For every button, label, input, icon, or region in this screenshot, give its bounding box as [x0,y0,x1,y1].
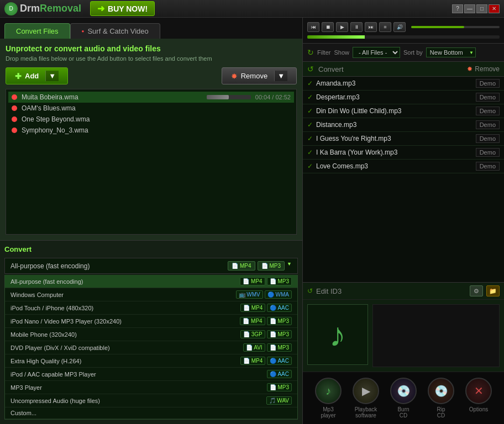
tab-dot: ● [82,29,85,34]
format-dropdown-arrow[interactable]: ▼ [287,261,292,271]
track-name: I Guess You're Right.mp3 [316,135,473,142]
track-name: Despertar.mp3 [316,93,473,101]
track-badge: Demo [476,162,500,171]
file-name: Symphony_No_3.wma [22,126,291,134]
mp3-player-button[interactable]: ♪ Mp3player [315,378,342,418]
help-button[interactable]: ? [452,4,463,13]
file-item-4[interactable]: Symphony_No_3.wma [8,125,294,136]
format-item-allpurpose[interactable]: All-purpose (fast encoding) 📄 MP4 📄 MP3 [5,275,297,288]
sort-select[interactable]: New Bottom [426,47,476,57]
play-button[interactable]: ▶ [336,22,348,32]
file-item-1[interactable]: Muita Bobeira.wma 00:04 / 02:52 [8,92,294,103]
add-dropdown-arrow[interactable]: ▼ [45,71,59,81]
format-item-mobile[interactable]: Mobile Phone (320x240) 📄 3GP 📄 MP3 [5,328,297,341]
rip-cd-button[interactable]: 💿 RipCD [428,378,454,418]
track-check-icon: ✓ [307,162,313,170]
edit-id3-bar: ↺ Edit ID3 ⚙ 📁 [303,283,504,300]
convert-icon: ↺ [307,65,314,73]
tab-convert[interactable]: Convert Files [4,23,70,39]
options-label: Options [469,406,488,412]
playback-icon: ▶ [353,378,379,404]
file-status-dot [12,105,17,111]
remove-dropdown-arrow[interactable]: ▼ [274,71,287,81]
playback-software-button[interactable]: ▶ Playbacksoftware [353,378,379,418]
track-list[interactable]: ✓ Amanda.mp3 Demo ✓ Despertar.mp3 Demo ✓… [303,77,504,282]
file-item-3[interactable]: One Step Beyond.wma [8,114,294,125]
maximize-button[interactable]: □ [476,4,487,13]
close-button[interactable]: ✕ [489,4,500,13]
track-item-3[interactable]: ✓ Din Din Wo (Little Child).mp3 Demo [303,104,504,118]
titlebar: D DrmRemoval ➜ BUY NOW! ? — □ ✕ [0,0,504,18]
buy-now-button[interactable]: ➜ BUY NOW! [90,1,155,16]
file-list[interactable]: Muita Bobeira.wma 00:04 / 02:52 OAM's Bl… [6,89,297,235]
format-item-windows[interactable]: Windows Computer 📺 WMV 🔵 WMA [5,288,297,301]
album-art-area: ♪ [303,300,504,372]
format-item-dvd[interactable]: DVD Player (DivX / XviD compatible) 📄 AV… [5,341,297,354]
playback-label: Playbacksoftware [355,406,377,418]
edit-id3-section: ↺ Edit ID3 ⚙ 📁 ♪ [303,282,504,372]
id3-settings-button[interactable]: ⚙ [470,285,483,296]
track-item-1[interactable]: ✓ Amanda.mp3 Demo [303,77,504,91]
track-check-icon: ✓ [307,121,313,129]
format-item-ipod-aac[interactable]: iPod / AAC capable MP3 Player 🔵 AAC [5,368,297,381]
fast-forward-button[interactable]: ⏭ [365,22,377,32]
track-item-7[interactable]: ✓ Love Comes.mp3 Demo [303,160,504,173]
format-item-ipod-touch[interactable]: iPod Touch / iPhone (480x320) 📄 MP4 🔵 AA… [5,301,297,315]
format-item-mp3player[interactable]: MP3 Player 📄 MP3 [5,381,297,394]
window-controls: ? — □ ✕ [452,4,500,13]
track-name: Distance.mp3 [316,121,473,129]
file-status-dot [12,128,17,133]
burn-cd-button[interactable]: 💿 BurnCD [390,378,417,418]
format-badge-mp3: 📄 MP3 [258,261,285,271]
file-item-2[interactable]: OAM's Blues.wma [8,103,294,114]
minimize-button[interactable]: — [464,4,475,13]
content-subtitle: Drop media files below or use the Add bu… [6,55,297,62]
format-item-hq[interactable]: Extra High Quality (H.264) 📄 MP4 🔵 AAC [5,354,297,368]
x-icon: ✸ [231,72,238,81]
file-progress-bar [207,95,229,99]
format-item-custom[interactable]: Custom... [5,407,297,419]
file-status-dot [12,116,17,122]
refresh-icon[interactable]: ↻ [307,48,314,57]
file-name: One Step Beyond.wma [22,115,291,123]
track-check-icon: ✓ [307,93,313,101]
format-item-ipod-nano[interactable]: iPod Nano / Video MP3 Player (320x240) 📄… [5,315,297,328]
track-name: Din Din Wo (Little Child).mp3 [316,107,473,115]
rip-cd-label: RipCD [437,406,445,418]
remove-bar-button[interactable]: ✸ Remove [467,65,500,73]
options-button[interactable]: ✕ Options [465,378,492,418]
track-check-icon: ✓ [307,107,313,115]
playback-progress[interactable] [307,35,500,39]
content-title: Unprotect or convert audio and video fil… [6,44,297,53]
format-selected-name: All-purpose (fast encoding) [11,262,228,270]
file-status-dot [12,94,17,100]
remove-button[interactable]: ✸ Remove ▼ [222,67,297,84]
logo-drm: Drm [20,3,40,14]
stop-button[interactable]: ⏹ [322,22,334,32]
format-badge-mp4: 📄 MP4 [228,261,255,271]
filter-label: Filter [317,49,330,56]
add-button[interactable]: ✚ Add ▼ [6,67,68,84]
left-panel: Convert Files ● Surf & Catch Video Unpro… [0,18,303,424]
album-art-right [372,304,500,367]
track-item-6[interactable]: ✓ I Ka Barra (Your Work).mp3 Demo [303,146,504,160]
tab-bar: Convert Files ● Surf & Catch Video [0,18,302,39]
track-item-4[interactable]: ✓ Distance.mp3 Demo [303,118,504,132]
track-badge: Demo [476,93,500,102]
track-item-2[interactable]: ✓ Despertar.mp3 Demo [303,91,504,104]
id3-folder-button[interactable]: 📁 [486,285,500,296]
track-item-5[interactable]: ✓ I Guess You're Right.mp3 Demo [303,132,504,146]
tab-surf[interactable]: ● Surf & Catch Video [70,23,160,39]
pause-button[interactable]: ⏸ [350,22,363,32]
filter-select[interactable]: - All Files - [353,47,400,58]
format-dropdown: All-purpose (fast encoding) 📄 MP4 📄 MP3 … [4,275,298,420]
format-selected-row[interactable]: All-purpose (fast encoding) 📄 MP4 📄 MP3 … [4,258,298,274]
volume-slider[interactable] [411,26,500,28]
menu-button[interactable]: ≡ [379,22,391,32]
remove-x-icon: ✸ [467,65,473,73]
rewind-button[interactable]: ⏮ [307,22,319,32]
track-badge: Demo [476,79,500,88]
format-item-wav[interactable]: Uncompressed Audio (huge files) 🎵 WAV [5,394,297,407]
burn-cd-label: BurnCD [397,406,409,418]
track-check-icon: ✓ [307,149,313,156]
